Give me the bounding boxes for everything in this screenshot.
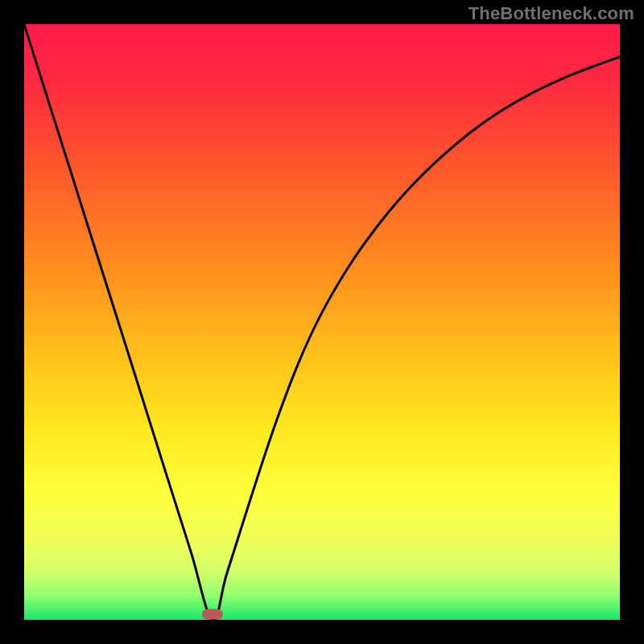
chart-frame: TheBottleneck.com <box>0 0 644 644</box>
bottleneck-curve <box>24 24 620 620</box>
plot-area <box>24 24 620 620</box>
minimum-marker <box>202 609 223 620</box>
curve-layer <box>24 24 620 620</box>
watermark-text: TheBottleneck.com <box>469 3 634 24</box>
